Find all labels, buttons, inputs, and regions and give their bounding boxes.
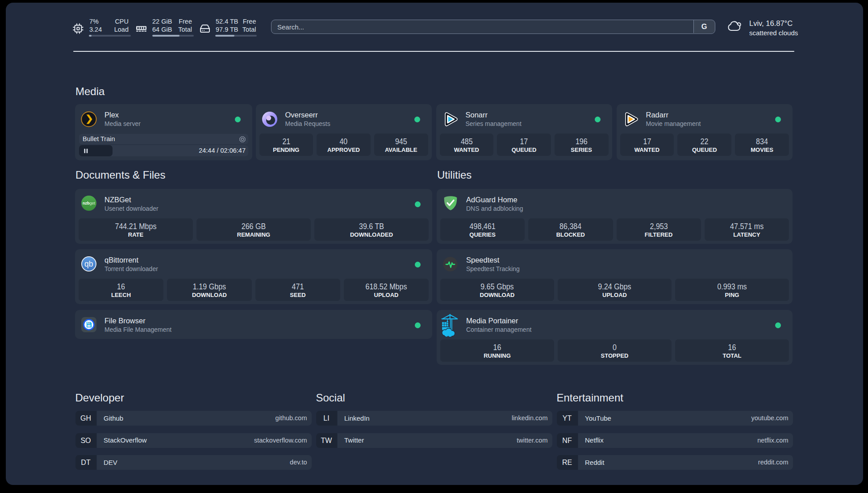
svg-text:nzbget: nzbget — [83, 201, 96, 205]
svg-text:qb: qb — [84, 259, 93, 268]
